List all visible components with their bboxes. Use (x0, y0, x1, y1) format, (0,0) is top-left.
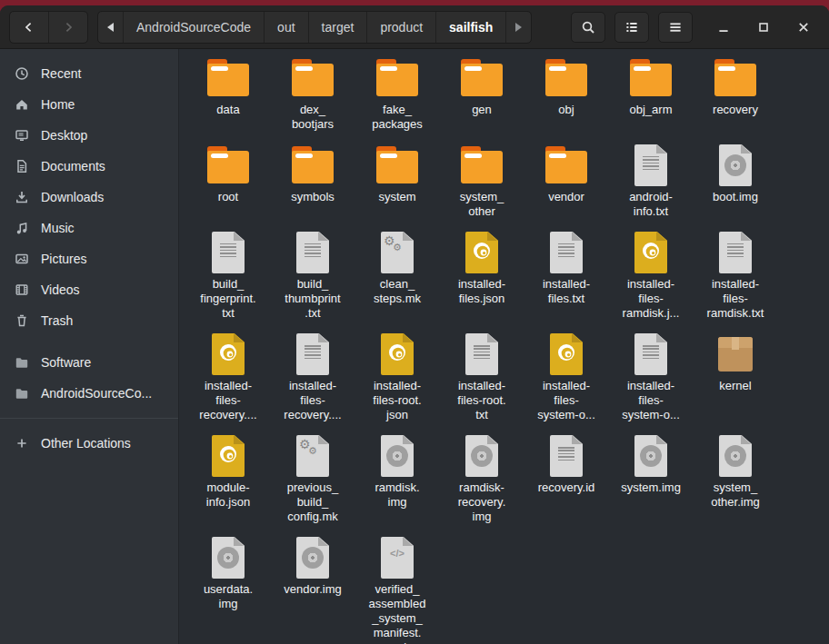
file-item[interactable]: system (357, 144, 437, 204)
disk-image-icon (291, 536, 335, 580)
sidebar-separator (0, 418, 178, 419)
file-item[interactable]: </> verified_ assembled _system_ manifes… (357, 536, 437, 644)
file-item[interactable]: userdata. img (188, 536, 268, 611)
file-item[interactable]: ⚙⚙ clean_ steps.mk (357, 231, 437, 306)
folder-icon (544, 144, 588, 187)
file-item-label: module- info.json (206, 481, 250, 510)
file-item[interactable]: installed- files- system-o... (611, 332, 691, 422)
music-icon (15, 221, 29, 235)
file-item[interactable]: obj_arm (611, 56, 691, 117)
downloads-icon (15, 190, 29, 204)
file-item[interactable]: installed- files- recovery.... (273, 332, 353, 422)
file-item[interactable]: build_ fingerprint. txt (188, 231, 268, 321)
sidebar-item-documents[interactable]: Documents (0, 151, 178, 182)
file-item[interactable]: installed- files.json (442, 231, 522, 306)
file-item[interactable]: installed- files- recovery.... (188, 332, 268, 422)
file-item[interactable]: ramdisk- recovery. img (442, 434, 522, 524)
disk-image-icon (714, 434, 757, 478)
file-item-label: installed- files- ramdisk.j... (623, 277, 680, 321)
file-item[interactable]: vendor (526, 144, 606, 204)
disk-image-icon (714, 144, 757, 187)
folder-icon (206, 56, 250, 100)
close-button[interactable] (787, 12, 820, 43)
file-item[interactable]: module- info.json (188, 434, 268, 510)
disk-image-icon (206, 536, 250, 580)
file-item-label: android- info.txt (629, 190, 673, 219)
file-item[interactable]: installed- files-root. txt (442, 332, 522, 422)
forward-button[interactable] (48, 12, 87, 43)
back-button[interactable] (10, 12, 48, 43)
file-item[interactable]: android- info.txt (611, 144, 691, 219)
text-file-icon (714, 231, 757, 274)
folder-icon (375, 56, 419, 100)
path-scroll-right-button[interactable] (506, 12, 531, 43)
breadcrumb-segment-product[interactable]: product (367, 12, 436, 43)
sidebar-item-pictures[interactable]: Pictures (0, 243, 178, 274)
file-item-label: installed- files- recovery.... (284, 379, 341, 422)
sidebar-item-software[interactable]: Software (0, 347, 178, 378)
file-item-label: installed- files- ramdisk.txt (707, 277, 764, 321)
file-item[interactable]: recovery.id (526, 434, 606, 495)
file-item[interactable]: installed- files-root. json (357, 332, 437, 422)
sidebar-item-downloads[interactable]: Downloads (0, 182, 178, 213)
sidebar-item-trash[interactable]: Trash (0, 305, 178, 336)
json-file-icon (375, 332, 419, 376)
file-item[interactable]: build_ thumbprint .txt (273, 231, 353, 321)
menu-button[interactable] (658, 12, 693, 43)
sidebar-item-music[interactable]: Music (0, 213, 178, 243)
search-button[interactable] (571, 12, 605, 43)
file-item[interactable]: boot.img (695, 144, 775, 204)
file-item[interactable]: ⚙⚙ previous_ build_ config.mk (273, 434, 353, 524)
file-item[interactable]: system_ other.img (695, 434, 775, 510)
file-item-label: recovery.id (538, 481, 595, 495)
file-item[interactable]: system_ other (442, 144, 522, 219)
file-item[interactable]: obj (526, 56, 606, 117)
file-item[interactable]: data (188, 56, 268, 117)
file-item[interactable]: vendor.img (273, 536, 353, 597)
folder-icon (460, 144, 504, 187)
minimize-button[interactable] (707, 12, 740, 43)
file-item[interactable]: installed- files- ramdisk.txt (695, 231, 775, 321)
json-file-icon (206, 332, 250, 376)
sidebar-item-recent[interactable]: Recent (0, 58, 178, 89)
file-item[interactable]: installed- files.txt (526, 231, 606, 306)
file-item[interactable]: system.img (611, 434, 691, 495)
path-scroll-left-button[interactable] (98, 12, 124, 43)
sidebar-item-videos[interactable]: Videos (0, 274, 178, 305)
file-item[interactable]: recovery (695, 56, 775, 117)
home-icon (15, 97, 29, 112)
file-item[interactable]: fake_ packages (357, 56, 437, 132)
breadcrumb-segment-target[interactable]: target (309, 12, 368, 43)
package-icon (714, 332, 757, 376)
file-item[interactable]: installed- files- ramdisk.j... (611, 231, 691, 321)
maximize-button[interactable] (747, 12, 780, 43)
file-item[interactable]: ramdisk. img (357, 434, 437, 510)
sidebar: Recent Home Desktop Documents Downloads … (0, 49, 179, 644)
file-item[interactable]: gen (442, 56, 522, 117)
disk-image-icon (460, 434, 504, 478)
desktop-icon (15, 128, 29, 143)
file-item[interactable]: kernel (695, 332, 775, 393)
text-file-icon (460, 332, 504, 376)
sidebar-item-home[interactable]: Home (0, 89, 178, 120)
file-grid: data dex_ bootjars fake_ packages gen ob… (188, 56, 829, 644)
breadcrumb-segment-out[interactable]: out (265, 12, 308, 43)
view-toggle-button[interactable] (614, 12, 649, 43)
file-item-label: system (378, 190, 415, 204)
file-item[interactable]: root (188, 144, 268, 204)
folder-icon (291, 144, 335, 187)
file-item-label: data (216, 103, 239, 117)
breadcrumb-segment-sailfish[interactable]: sailfish (436, 12, 506, 43)
file-item-label: ramdisk. img (375, 481, 419, 510)
file-view: data dex_ bootjars fake_ packages gen ob… (179, 49, 829, 644)
json-file-icon (206, 434, 250, 478)
file-item-label: ramdisk- recovery. img (458, 481, 506, 524)
file-item[interactable]: symbols (273, 144, 353, 204)
sidebar-item-desktop[interactable]: Desktop (0, 120, 178, 151)
file-item[interactable]: installed- files- system-o... (526, 332, 606, 422)
file-item[interactable]: dex_ bootjars (273, 56, 353, 132)
sidebar-item-androidsourceco-[interactable]: AndroidSourceCo... (0, 378, 178, 409)
text-file-icon (629, 144, 673, 187)
breadcrumb-segment-androidsourcecode[interactable]: AndroidSourceCode (124, 12, 265, 43)
sidebar-item-other-locations[interactable]: Other Locations (0, 428, 178, 459)
